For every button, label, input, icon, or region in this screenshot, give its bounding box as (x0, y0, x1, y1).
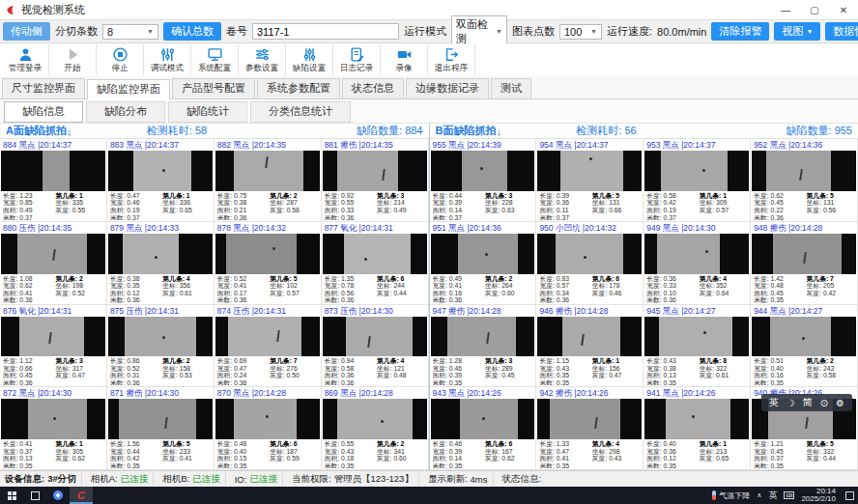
main-tab[interactable]: 尺寸监控界面 (2, 78, 85, 98)
defect-thumbnail[interactable] (323, 234, 427, 274)
sort-down-icon[interactable]: ↓ (496, 126, 501, 137)
defect-cell[interactable]: 948 擦伤 |20:14:28长度: 1.42宽度: 0.48面积: 0.45… (751, 222, 858, 305)
defect-thumbnail[interactable] (537, 151, 642, 191)
weather-widget[interactable]: 气温下降 (712, 490, 750, 501)
chart-points-select[interactable]: 100▼ (559, 24, 602, 40)
defect-thumbnail[interactable] (215, 317, 320, 357)
main-tab[interactable]: 产品型号配置 (172, 78, 255, 98)
defect-cell[interactable]: 942 擦伤 |20:14:26长度: 1.33宽度: 0.47面积: 0.41… (536, 387, 644, 470)
defect-thumbnail[interactable] (1, 151, 105, 191)
defect-cell[interactable]: 944 黑点 |20:14:27长度: 0.51宽度: 0.40面积: 0.16… (751, 305, 858, 388)
sort-down-icon[interactable]: ↓ (67, 126, 72, 137)
defect-cell[interactable]: 951 黑点 |20:14:36长度: 0.49宽度: 0.41面积: 0.16… (430, 222, 537, 305)
defect-cell[interactable]: 874 压伤 |20:14:31长度: 0.69宽度: 0.47面积: 0.24… (214, 305, 322, 388)
defect-cell[interactable]: 943 黑点 |20:14:26长度: 0.46宽度: 0.39面积: 0.14… (430, 387, 537, 470)
defect-cell[interactable]: 881 擦伤 |20:14:35长度: 0.92宽度: 0.55面积: 0.33… (322, 139, 429, 222)
defect-cell[interactable]: 873 压伤 |20:14:30长度: 0.94宽度: 0.58面积: 0.36… (322, 305, 429, 388)
defect-cell[interactable]: 941 黑点 |20:14:26长度: 0.40宽度: 0.36面积: 0.12… (644, 387, 751, 470)
defect-thumbnail[interactable] (431, 151, 535, 191)
roll-number-input[interactable] (252, 23, 399, 40)
defect-cell[interactable]: 884 黑点 |20:14:37长度: 1.23宽度: 0.85面积: 0.49… (0, 139, 107, 222)
defect-thumbnail[interactable] (215, 234, 320, 274)
defect-cell[interactable]: 954 黑点 |20:14:37长度: 0.39宽度: 0.36面积: 0.11… (536, 139, 644, 222)
defect-cell[interactable]: 945 黑点 |20:14:27长度: 0.43宽度: 0.38面积: 0.13… (644, 305, 751, 388)
defect-thumbnail[interactable] (323, 151, 427, 191)
view-menu-button[interactable]: 视图▼ (774, 22, 820, 41)
defect-cell[interactable]: 877 氧化 |20:14:31长度: 1.35宽度: 0.78面积: 0.56… (322, 222, 429, 305)
defect-cell[interactable]: 871 擦伤 |20:14:30长度: 1.56宽度: 0.44面积: 0.42… (107, 387, 214, 470)
defect-cell[interactable]: 875 压伤 |20:14:31长度: 0.86宽度: 0.52面积: 0.31… (107, 305, 214, 388)
main-tab[interactable]: 状态信息 (342, 78, 404, 98)
defect-thumbnail[interactable] (537, 399, 642, 439)
defect-thumbnail[interactable] (431, 234, 535, 274)
param-settings-button[interactable]: 参数设置 (239, 44, 286, 75)
defect-cell[interactable]: 872 黑点 |20:14:30长度: 0.41宽度: 0.37面积: 0.13… (0, 387, 107, 470)
ime-settings-gear-icon[interactable]: ⚙ (836, 398, 844, 408)
data-quick-access-button[interactable]: 数据快捷访问▼ (825, 22, 858, 41)
defect-cell[interactable]: 952 黑点 |20:14:36长度: 0.62宽度: 0.45面积: 0.22… (751, 139, 858, 222)
defect-thumbnail[interactable] (1, 317, 105, 357)
app-taskbar-button[interactable]: C (70, 487, 93, 504)
notification-center-button[interactable] (845, 491, 854, 500)
task-view-button[interactable] (23, 487, 46, 504)
defect-cell[interactable]: 950 小凹坑 |20:14:32长度: 0.83宽度: 0.57面积: 0.3… (536, 222, 644, 305)
defect-cell[interactable]: 947 擦伤 |20:14:28长度: 1.28宽度: 0.46面积: 0.39… (430, 305, 537, 388)
sub-tab[interactable]: 缺陷分布 (86, 101, 165, 123)
drive-side-button[interactable]: 传动侧 (3, 22, 50, 41)
stop-button[interactable]: 停止 (97, 44, 144, 75)
log-button[interactable]: 日志记录 (333, 44, 381, 75)
defect-thumbnail[interactable] (1, 399, 105, 439)
defect-thumbnail[interactable] (431, 399, 535, 439)
maximize-button[interactable]: ▢ (800, 0, 829, 19)
clock[interactable]: 20:142025/2/10 (801, 488, 836, 504)
defect-cell[interactable]: 878 黑点 |20:14:32长度: 0.52宽度: 0.41面积: 0.17… (214, 222, 322, 305)
defect-thumbnail[interactable] (752, 151, 856, 191)
defect-thumbnail[interactable] (215, 151, 320, 191)
main-tab[interactable]: 缺陷监控界面 (87, 79, 170, 99)
ime-moon-icon[interactable]: ☽ (786, 398, 795, 408)
defect-cell[interactable]: 882 黑点 |20:14:35长度: 0.75宽度: 0.38面积: 0.21… (214, 139, 322, 222)
defect-thumbnail[interactable] (323, 317, 427, 357)
ime-indicator[interactable]: 英 (768, 490, 777, 502)
defect-settings-button[interactable]: 缺陷设置 (286, 44, 333, 75)
confirm-total-button[interactable]: 确认总数 (163, 22, 221, 41)
defect-thumbnail[interactable] (108, 151, 213, 191)
login-button[interactable]: 管理登录 (2, 44, 49, 75)
tray-expand-button[interactable]: ∧ (757, 491, 761, 499)
start-button[interactable] (0, 487, 23, 504)
defect-thumbnail[interactable] (644, 234, 749, 274)
defect-cell[interactable]: 883 黑点 |20:14:37长度: 0.47宽度: 0.46面积: 0.19… (107, 139, 214, 222)
defect-thumbnail[interactable] (752, 234, 856, 274)
ime-mode-icon[interactable]: ⊙ (820, 398, 828, 408)
defect-thumbnail[interactable] (644, 317, 749, 357)
defect-cell[interactable]: 946 擦伤 |20:14:28长度: 1.15宽度: 0.43面积: 0.35… (536, 305, 644, 388)
sub-tab[interactable]: 缺陷信息 (4, 101, 83, 123)
defect-cell[interactable]: 869 黑点 |20:14:28长度: 0.55宽度: 0.43面积: 0.18… (322, 387, 429, 470)
close-button[interactable]: ✕ (829, 0, 858, 19)
slit-count-select[interactable]: 8▼ (102, 24, 158, 40)
defect-thumbnail[interactable] (752, 317, 856, 357)
defect-thumbnail[interactable] (1, 234, 105, 274)
defect-thumbnail[interactable] (323, 399, 427, 439)
defect-thumbnail[interactable] (644, 151, 749, 191)
main-tab[interactable]: 测试 (491, 78, 531, 98)
defect-thumbnail[interactable] (108, 399, 213, 439)
defect-cell[interactable]: 955 黑点 |20:14:39长度: 0.44宽度: 0.39面积: 0.14… (430, 139, 537, 222)
defect-thumbnail[interactable] (108, 317, 213, 357)
defect-cell[interactable]: 876 氧化 |20:14:31长度: 1.12宽度: 0.66面积: 0.45… (0, 305, 107, 388)
main-tab[interactable]: 系统参数配置 (257, 78, 340, 98)
clear-alarm-button[interactable]: 清除报警 (711, 22, 769, 41)
start-button[interactable]: 开始 (49, 44, 97, 75)
record-button[interactable]: 录像 (381, 44, 428, 75)
sub-tab[interactable]: 缺陷统计 (168, 101, 247, 123)
ime-simplified-toggle[interactable]: 简 (803, 396, 813, 409)
defect-cell[interactable]: 953 黑点 |20:14:37长度: 0.58宽度: 0.42面积: 0.19… (644, 139, 751, 222)
defect-thumbnail[interactable] (431, 317, 535, 357)
ime-english-toggle[interactable]: 英 (769, 396, 779, 409)
browser-taskbar-button[interactable] (46, 487, 70, 504)
defect-cell[interactable]: 880 压伤 |20:14:35长度: 1.08宽度: 0.62面积: 0.41… (0, 222, 107, 305)
defect-thumbnail[interactable] (644, 399, 749, 439)
main-tab[interactable]: 边缘数据记录 (406, 78, 489, 98)
defect-cell[interactable]: 870 黑点 |20:14:28长度: 0.48宽度: 0.40面积: 0.15… (214, 387, 322, 470)
defect-thumbnail[interactable] (537, 317, 642, 357)
